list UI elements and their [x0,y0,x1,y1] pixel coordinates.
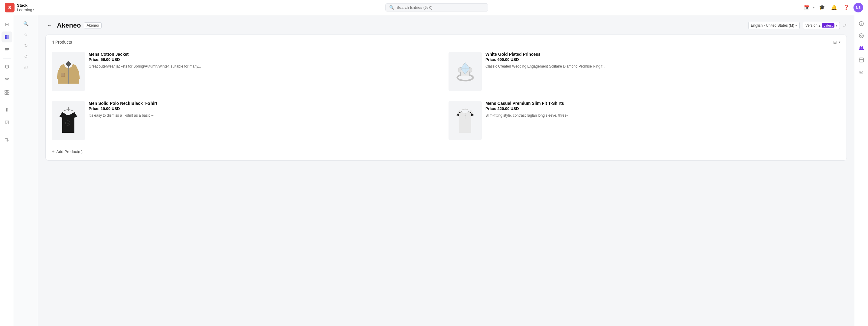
svg-point-15 [860,46,861,48]
version-select[interactable]: Version 2 Latest ▾ [803,22,840,29]
help-button[interactable]: ❓ [841,3,851,12]
svg-point-7 [6,81,7,81]
product-image-tshirt-white [448,101,482,140]
sidebar-dashboard-icon[interactable]: ⊞ [1,19,12,30]
svg-rect-0 [5,35,7,37]
products-grid: Mens Cotton Jacket Price: 56.00 USD Grea… [52,49,840,143]
product-item: Mens Casual Premium Slim Fit T-Shirts Pr… [448,99,840,143]
products-count: 4 Products [52,40,72,45]
group-right-icon[interactable] [857,43,866,53]
grid-caret[interactable]: ▾ [839,40,840,44]
product-name: Mens Cotton Jacket [89,52,444,57]
layout-right-icon[interactable] [857,55,866,65]
product-item: ⊕ Men Solid Polo Neck Black T-Shirt Pric… [52,99,444,143]
svg-rect-10 [5,93,7,94]
sidebar-grid2-icon[interactable] [1,87,12,98]
sidebar-divider3 [3,131,11,131]
svg-rect-11 [7,93,9,94]
product-price: Price: 56.00 USD [89,57,444,62]
akeneo-badge: Akeneo [84,22,102,28]
svg-rect-6 [5,51,8,51]
products-card: 4 Products ⊞ ▾ [45,34,847,161]
sidebar-upload-icon[interactable]: ⬆ [1,104,12,115]
logo-icon: S [5,3,14,12]
svg-rect-1 [5,37,7,39]
locale-select[interactable]: English - United States (M) ▾ [748,22,800,29]
activity-right-icon[interactable] [857,31,866,40]
locale-label: English - United States (M) [751,23,794,28]
sidebar-task-icon[interactable]: ☑ [1,117,12,128]
logo-bottom: Learning ▾ [17,7,34,12]
product-image-ring [448,52,482,91]
sidebar-blocks-icon[interactable] [1,44,12,55]
latest-badge: Latest [822,23,834,28]
notifications-button[interactable]: 🎓 [817,3,827,12]
add-product-label: Add Product(s) [56,150,83,154]
expand-button[interactable]: ⤢ [843,23,847,28]
page-title: Akeneo [57,22,81,29]
product-desc: It's easy to dismiss a T-shirt as a basi… [89,113,444,118]
avatar[interactable]: NS [854,3,863,12]
sec-tag-icon[interactable]: 🏷 [21,62,31,72]
left-sidebar: ⊞ [0,15,14,326]
topbar: S Stack Learning ▾ 🔍 📅 ▾ 🎓 🔔 ❓ NS [0,0,868,15]
svg-rect-3 [7,37,9,39]
plus-icon: + [52,149,55,154]
sidebar-divider [3,58,11,58]
sidebar-list-icon[interactable] [1,31,12,43]
product-info: Mens Cotton Jacket Price: 56.00 USD Grea… [89,52,444,69]
content-header: ← Akeneo Akeneo English - United States … [45,21,847,30]
sec-refresh-icon[interactable]: ↻ [21,40,31,50]
locale-caret: ▾ [796,24,797,27]
sec-star-icon[interactable]: ☆ [21,30,31,39]
product-price: Price: 600.00 USD [486,57,840,62]
sidebar-wifi-icon[interactable] [1,74,12,85]
sec-refresh2-icon[interactable]: ↺ [21,52,31,61]
version-label: Version 2 [805,23,820,28]
product-item: White Gold Plated Princess Price: 600.00… [448,49,840,93]
product-name: White Gold Plated Princess [486,52,840,57]
product-desc: Slim-fitting style, contrast raglan long… [486,113,840,118]
product-info: Men Solid Polo Neck Black T-Shirt Price:… [89,101,444,118]
calendar-area: 📅 ▾ [802,3,815,12]
svg-point-26 [469,67,472,73]
product-desc: Great outerwear jackets for Spring/Autum… [89,64,444,69]
calendar-caret[interactable]: ▾ [813,5,815,9]
sidebar-sort-icon[interactable]: ⇅ [1,134,12,145]
topbar-actions: 📅 ▾ 🎓 🔔 ❓ NS [802,3,863,12]
main-content: ← Akeneo Akeneo English - United States … [38,15,854,326]
logo-text: Stack Learning ▾ [17,3,34,12]
search-box[interactable]: 🔍 [385,3,488,11]
product-info: Mens Casual Premium Slim Fit T-Shirts Pr… [486,101,840,118]
back-button[interactable]: ← [45,21,54,30]
svg-rect-4 [5,48,9,49]
product-item: Mens Cotton Jacket Price: 56.00 USD Grea… [52,49,444,93]
product-price: Price: 19.00 USD [89,106,444,111]
svg-rect-8 [5,90,7,92]
products-header: 4 Products ⊞ ▾ [52,40,840,45]
svg-point-32 [465,115,466,116]
add-product-button[interactable]: + Add Product(s) [52,147,83,156]
svg-text:⊕: ⊕ [67,123,69,125]
sidebar-layers-icon[interactable] [1,61,12,73]
product-desc: Classic Created Wedding Engagement Solit… [486,64,840,69]
svg-rect-5 [5,49,9,50]
logo-top: Stack [17,3,34,7]
svg-text:i: i [861,22,862,25]
product-info: White Gold Plated Princess Price: 600.00… [486,52,840,69]
search-area: 🔍 [71,3,802,11]
search-input[interactable] [397,5,484,10]
logo-caret[interactable]: ▾ [33,8,34,11]
bell-button[interactable]: 🔔 [829,3,839,12]
calendar-button[interactable]: 📅 [802,3,812,12]
info-right-icon[interactable]: i [857,19,866,28]
grid-view-button[interactable]: ⊞ [833,40,837,45]
chat-right-icon[interactable]: ✉ [857,67,866,77]
header-right: English - United States (M) ▾ Version 2 … [748,22,847,29]
svg-rect-17 [859,58,864,62]
svg-point-16 [861,46,863,48]
product-name: Men Solid Polo Neck Black T-Shirt [89,101,444,106]
sec-search-icon[interactable]: 🔍 [21,19,31,28]
header-left: ← Akeneo Akeneo [45,21,102,30]
svg-rect-9 [7,90,9,92]
